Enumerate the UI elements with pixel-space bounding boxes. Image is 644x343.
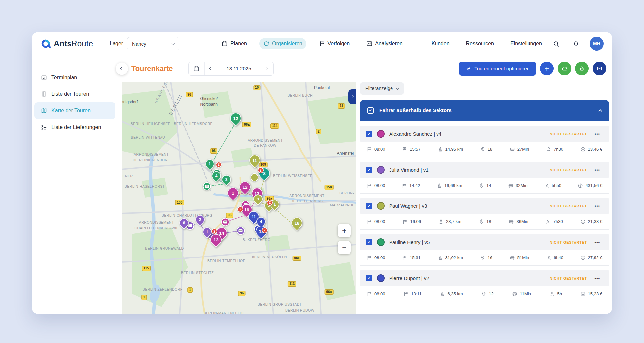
brand-name: AntsRoute (54, 39, 93, 48)
calendar-icon (222, 41, 228, 47)
driver-menu-button[interactable] (592, 204, 603, 208)
road-shield: 11 (338, 103, 345, 109)
driver-header-row[interactable]: Alexandre Sanchez | v4 NICHT GESTARTET (360, 126, 609, 142)
chevron-up-icon (598, 109, 602, 113)
cost-stat: 21,33 € (580, 219, 602, 224)
driver-checkbox[interactable] (366, 275, 372, 281)
tab-analysieren[interactable]: Analysieren (362, 38, 407, 49)
add-button[interactable]: + (540, 62, 554, 75)
map-pin-icon (479, 183, 484, 188)
road-shield: 1 (187, 287, 193, 293)
calendar-check-icon (41, 75, 47, 81)
vehicle-icon (509, 219, 514, 224)
map-pin-icon (481, 291, 486, 297)
zoom-out-button[interactable]: − (338, 241, 351, 254)
tab-organisieren[interactable]: Organisieren (259, 38, 306, 49)
lock-button[interactable] (575, 62, 589, 75)
cloud-sync-button[interactable] (558, 62, 571, 75)
road-shield: 109 (259, 162, 268, 167)
filter-display-button[interactable]: Filteranzeige (360, 82, 404, 95)
link-ressourcen[interactable]: Ressourcen (458, 41, 494, 47)
previous-day-button[interactable] (205, 62, 218, 75)
end-time-stat: 14:42 (402, 183, 420, 188)
map-marker[interactable]: 2 (216, 162, 222, 168)
notifications-button[interactable] (570, 38, 582, 50)
status-badge: NICHT GESTARTET (550, 240, 587, 244)
map-marker[interactable]: 2 (237, 206, 243, 212)
start-time-stat: 08:00 (367, 291, 385, 297)
driver-checkbox[interactable] (366, 131, 372, 137)
driver-header-row[interactable]: Julia Virmond | v1 NICHT GESTARTET (360, 162, 609, 178)
warehouse-select[interactable]: Nancy (127, 37, 179, 50)
tab-verfolgen[interactable]: Verfolgen (315, 38, 354, 49)
driver-color-dot (377, 166, 385, 174)
driver-list: Alexandre Sanchez | v4 NICHT GESTARTET 0… (360, 126, 609, 302)
sector-group-header[interactable]: Fahrer außerhalb des Sektors (360, 100, 609, 121)
distance-stat: 19,69 km (437, 183, 462, 188)
driver-header-row[interactable]: Pauline Henry | v5 NICHT GESTARTET (360, 234, 609, 250)
sidebar-item-terminplan[interactable]: Terminplan (34, 69, 115, 86)
map-marker[interactable] (221, 218, 229, 226)
driver-header-row[interactable]: Pierre Dupont | v2 NICHT GESTARTET (360, 270, 609, 286)
driver-header-row[interactable]: Paul Wagner | v3 NICHT GESTARTET (360, 198, 609, 214)
mail-button[interactable] (593, 62, 606, 75)
map-marker[interactable]: 2 (262, 227, 268, 233)
driver-name: Alexandre Sanchez | v4 (389, 131, 441, 137)
route-map[interactable]: PanketalBERLIN-BUCHGlienicke/Nordbahnenn… (122, 82, 356, 314)
zoom-in-button[interactable]: + (338, 224, 351, 237)
sidebar-item-liste-der-touren[interactable]: Liste der Touren (34, 86, 115, 102)
road-icon (437, 183, 442, 188)
map-label: MARZAHN-HELL (330, 203, 356, 207)
sidebar-item-karte-der-touren[interactable]: Karte der Touren (34, 102, 115, 119)
driver-checkbox[interactable] (366, 239, 372, 245)
finish-flag-icon (402, 183, 407, 188)
map-label: ARRONDISSEMENT (289, 194, 324, 198)
download-circle-icon (580, 255, 586, 260)
map-marker[interactable] (250, 173, 258, 181)
driver-menu-button[interactable] (592, 168, 603, 172)
tab-planen[interactable]: Planen (218, 38, 251, 49)
marker-number: 3 (254, 195, 262, 203)
expand-map-button[interactable] (348, 89, 356, 104)
map-marker[interactable]: 2 (267, 200, 273, 206)
calendar-button[interactable] (189, 62, 205, 75)
marker-number: 2 (196, 216, 204, 224)
map-label: Glienicke/ (200, 96, 218, 101)
start-flag-icon (367, 183, 372, 188)
driver-menu-button[interactable] (592, 276, 603, 281)
map-marker[interactable] (203, 182, 211, 191)
driver-menu-button[interactable] (592, 132, 603, 136)
map-label: BERLIN-STEGLITZ (181, 271, 214, 275)
map-marker[interactable]: 2 (258, 167, 264, 173)
map-label: BERLIN-RUDOW (285, 308, 314, 312)
work-time-stat: 6h40 (546, 255, 563, 260)
driver-checkbox[interactable] (366, 203, 372, 209)
marker-number: 2 (239, 207, 241, 211)
link-kunden[interactable]: Kunden (423, 41, 449, 47)
list-book-icon (41, 91, 47, 97)
start-time-stat: 08:00 (367, 147, 385, 152)
download-circle-icon (580, 291, 586, 297)
collapse-sidebar-button[interactable] (116, 62, 128, 75)
map-marker[interactable] (236, 227, 245, 235)
search-button[interactable] (550, 38, 562, 50)
bus-icon (205, 185, 209, 188)
map-marker[interactable]: 2 (211, 228, 217, 234)
user-avatar[interactable]: MH (590, 37, 604, 51)
reoptimize-button[interactable]: Touren erneut optimieren (459, 62, 536, 76)
next-day-button[interactable] (260, 62, 273, 75)
map-label: BERLIN-HERMSDORF (174, 122, 212, 126)
map-label: BERLIN-TEMPELHOF (207, 259, 245, 263)
chevron-down-icon (396, 86, 399, 90)
driver-checkbox[interactable] (366, 167, 372, 173)
brand-logo[interactable]: AntsRoute (40, 38, 93, 49)
sidebar: Terminplan Liste der Touren Karte der To… (32, 55, 118, 314)
map-label: DE PANKOW (254, 143, 276, 147)
link-einstellungen[interactable]: Einstellungen (502, 41, 542, 47)
chevron-right-icon (265, 67, 268, 70)
lock-icon (579, 66, 585, 71)
driver-menu-button[interactable] (592, 240, 603, 245)
sidebar-item-liste-der-lieferungen[interactable]: Liste der Lieferungen (34, 119, 115, 136)
toolbar-actions: Touren erneut optimieren + (459, 62, 606, 76)
group-checkbox[interactable] (367, 107, 374, 114)
